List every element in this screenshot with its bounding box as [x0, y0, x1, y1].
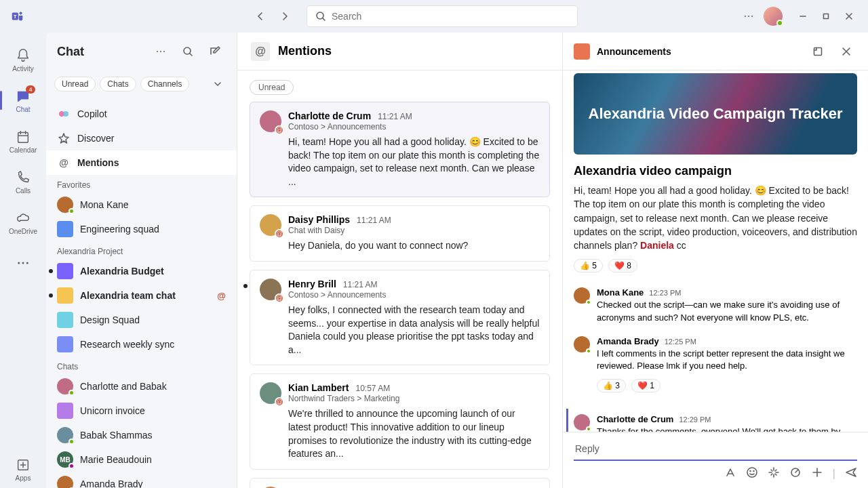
- close-panel-button[interactable]: [835, 41, 857, 62]
- svg-point-15: [163, 51, 165, 52]
- mention-badge: @: [275, 293, 284, 303]
- nav-copilot[interactable]: Copilot: [46, 102, 237, 126]
- svg-point-14: [160, 51, 161, 52]
- avatar: [57, 378, 73, 394]
- list-item[interactable]: Design Squad: [46, 308, 237, 332]
- close-button[interactable]: [838, 5, 860, 27]
- svg-point-5: [748, 16, 749, 17]
- filter-channels[interactable]: Channels: [140, 77, 190, 92]
- reply-input[interactable]: Reply: [574, 439, 857, 461]
- list-item[interactable]: Engineering squad: [46, 217, 237, 241]
- reaction[interactable]: 👍 3: [597, 379, 626, 392]
- mention-card[interactable]: @ Charlotte de Crum11:21 AM Contoso > An…: [250, 102, 550, 197]
- nav-forward-button[interactable]: [274, 5, 296, 27]
- reply: Charlotte de Crum12:29 PM Thanks for the…: [566, 409, 857, 432]
- avatar: MB: [57, 451, 73, 468]
- filter-expand-button[interactable]: [207, 73, 229, 95]
- mention-card[interactable]: @ Kian Lambert10:57 AM Northwind Traders…: [250, 373, 550, 469]
- rail-chat[interactable]: 4 Chat: [4, 81, 42, 119]
- plus-icon[interactable]: [811, 466, 823, 481]
- sender-name: Charlotte de Crum: [288, 110, 371, 121]
- unread-dot: [49, 269, 53, 273]
- format-icon[interactable]: [724, 466, 736, 481]
- list-item[interactable]: Charlotte and Babak: [46, 374, 237, 399]
- search-input[interactable]: [332, 11, 569, 22]
- emoji-icon[interactable]: [746, 466, 758, 481]
- message-location: Northwind Traders > Marketing: [288, 394, 540, 403]
- profile-avatar[interactable]: [764, 7, 783, 26]
- loop-icon[interactable]: [789, 466, 802, 481]
- rail-calls[interactable]: Calls: [4, 163, 42, 201]
- unread-filter[interactable]: Unread: [250, 80, 294, 95]
- timestamp: 12:25 PM: [665, 338, 696, 346]
- nav-discover[interactable]: Discover: [46, 126, 237, 150]
- reaction[interactable]: ❤️ 8: [608, 259, 637, 272]
- list-item[interactable]: Research weekly sync: [46, 332, 237, 357]
- filter-chats[interactable]: Chats: [100, 77, 136, 92]
- avatar: [574, 336, 590, 352]
- maximize-button[interactable]: [815, 5, 837, 27]
- message-text: Hey Daniela, do you want to connect now?: [288, 239, 540, 253]
- mention-card[interactable]: @ Henry Brill11:21 AM Contoso > Announce…: [250, 270, 550, 365]
- avatar: [57, 427, 73, 443]
- minimize-button[interactable]: [792, 5, 814, 27]
- titlebar: T: [0, 0, 868, 33]
- sender-name: Daisy Phillips: [288, 214, 350, 225]
- chat-panel-title: Chat: [57, 45, 144, 59]
- mention-card[interactable]: @ Daisy Phillips11:21 AM Chat with Daisy…: [250, 205, 550, 262]
- nav-mentions[interactable]: @ Mentions: [46, 150, 237, 175]
- more-button[interactable]: [738, 5, 760, 27]
- mention-badge: @: [275, 125, 284, 135]
- mention-badge: @: [275, 229, 284, 239]
- unread-dot: [49, 293, 53, 298]
- spark-icon[interactable]: [768, 466, 780, 481]
- mentions-header: @ Mentions: [237, 33, 562, 70]
- svg-point-18: [63, 111, 68, 117]
- avatar: [57, 312, 73, 328]
- mention-indicator: @: [217, 291, 226, 301]
- rail-apps[interactable]: Apps: [4, 450, 42, 488]
- sender-name: Henry Brill: [288, 279, 336, 289]
- timestamp: 11:21 AM: [357, 216, 391, 225]
- nav-back-button[interactable]: [250, 5, 271, 27]
- message-text: Hey folks, I connected with the research…: [288, 304, 540, 357]
- open-button[interactable]: [807, 41, 829, 62]
- message-location: Contoso > Announcements: [288, 122, 540, 131]
- mention-card[interactable]: @ Robin Counts10:57 AM Northwind Traders…: [250, 478, 550, 488]
- list-item[interactable]: Alexandria team chat @: [46, 283, 237, 308]
- search-box[interactable]: [307, 5, 578, 27]
- rail-activity[interactable]: Activity: [4, 41, 42, 79]
- reply-author: Mona Kane: [597, 287, 644, 298]
- ellipsis-icon: [15, 255, 31, 271]
- rail-more[interactable]: [4, 244, 42, 282]
- list-item[interactable]: MB Marie Beaudouin: [46, 447, 237, 472]
- section-label: Favorites: [46, 175, 237, 192]
- section-label: Alexandria Project: [46, 241, 237, 259]
- avatar: [574, 287, 590, 304]
- avatar: @: [260, 110, 281, 132]
- chat-panel-header: Chat: [46, 33, 237, 70]
- rail-calendar[interactable]: Calendar: [4, 122, 42, 160]
- content: @ Mentions Unread @ Charlotte de Crum11:…: [237, 33, 868, 488]
- chat-search-button[interactable]: [177, 41, 199, 62]
- announcements-icon: [574, 43, 590, 60]
- reply-reactions: 👍 3❤️ 1: [597, 379, 857, 392]
- list-item[interactable]: Amanda Brady: [46, 472, 237, 488]
- unread-dot: [243, 284, 248, 288]
- send-icon[interactable]: [845, 466, 857, 481]
- announcements-header: Announcements: [563, 33, 868, 70]
- list-item[interactable]: Alexandria Budget: [46, 259, 237, 283]
- list-item[interactable]: Mona Kane: [46, 192, 237, 217]
- new-chat-button[interactable]: [204, 41, 226, 62]
- chat-more-button[interactable]: [150, 41, 172, 62]
- filter-unread[interactable]: Unread: [54, 77, 96, 92]
- chat-list: Copilot Discover @ MentionsFavorites Mon…: [46, 102, 237, 488]
- reaction[interactable]: 👍 5: [574, 259, 603, 272]
- list-item[interactable]: Babak Shammas: [46, 423, 237, 447]
- rail-onedrive[interactable]: OneDrive: [4, 203, 42, 241]
- svg-rect-8: [18, 132, 28, 142]
- list-item[interactable]: Unicorn invoice: [46, 399, 237, 423]
- app-window: T Activity: [0, 0, 868, 488]
- avatar: [57, 197, 73, 213]
- reaction[interactable]: ❤️ 1: [631, 379, 660, 392]
